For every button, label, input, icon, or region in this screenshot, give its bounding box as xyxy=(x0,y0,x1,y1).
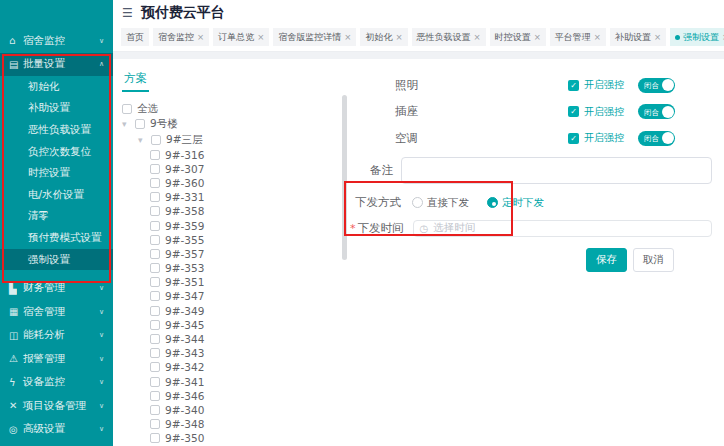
tab-close-icon[interactable]: × xyxy=(395,32,402,42)
checkbox[interactable] xyxy=(150,419,160,429)
tab-close-icon[interactable]: × xyxy=(534,32,541,42)
tree-room-item[interactable]: 9#-340 xyxy=(122,403,347,417)
sidebar-item[interactable]: ▤ 批量设置 ∧ xyxy=(0,53,113,77)
save-button[interactable]: 保存 xyxy=(586,248,627,272)
tab[interactable]: 宿舍监控 × xyxy=(153,28,209,46)
sidebar-item[interactable]: ◫ 能耗分析 ∨ xyxy=(0,323,113,347)
checkbox[interactable] xyxy=(150,235,160,245)
tab-close-icon[interactable]: × xyxy=(594,32,601,42)
tree-room-item[interactable]: 9#-344 xyxy=(122,332,347,346)
remark-textarea[interactable] xyxy=(401,157,712,184)
checkbox[interactable] xyxy=(135,119,145,129)
checkbox[interactable] xyxy=(150,291,160,301)
sidebar-subitem[interactable]: 预付费模式设置 xyxy=(0,227,113,249)
sidebar-subitem[interactable]: 时控设置 xyxy=(0,162,113,184)
sidebar-subitem[interactable]: 初始化 xyxy=(0,76,113,98)
tab-close-icon[interactable]: × xyxy=(474,32,481,42)
dispatch-method-option[interactable]: 定时下发 xyxy=(487,196,544,210)
checkbox[interactable] xyxy=(122,104,132,114)
tree-room-item[interactable]: 9#-346 xyxy=(122,389,347,403)
tab-close-icon[interactable]: × xyxy=(197,32,204,42)
tree-room-item[interactable]: 9#-348 xyxy=(122,417,347,431)
checkbox[interactable] xyxy=(150,377,160,387)
checkbox[interactable] xyxy=(150,362,160,372)
tab[interactable]: 强制设置 × xyxy=(670,28,724,46)
tree-room-item[interactable]: 9#-307 xyxy=(122,162,347,176)
tree-building[interactable]: ▾ 9号楼 xyxy=(122,117,347,133)
sidebar-subitem[interactable]: 补助设置 xyxy=(0,98,113,120)
checkbox[interactable] xyxy=(150,206,160,216)
caret-down-icon[interactable]: ▾ xyxy=(122,119,130,129)
sidebar-item[interactable]: ◎ 高级设置 ∨ xyxy=(0,417,113,441)
tree-room-item[interactable]: 9#-359 xyxy=(122,218,347,232)
checked-checkbox[interactable]: ✓ xyxy=(568,80,579,91)
checked-checkbox[interactable]: ✓ xyxy=(568,133,579,144)
tree-room-item[interactable]: 9#-341 xyxy=(122,375,347,389)
circuit-toggle[interactable]: 闭合 xyxy=(638,104,675,119)
tree-room-item[interactable]: 9#-347 xyxy=(122,289,347,303)
dispatch-time-input[interactable]: ◷ 选择时间 xyxy=(413,220,713,237)
tab[interactable]: 订单总览 × xyxy=(213,28,269,46)
cancel-button[interactable]: 取消 xyxy=(633,248,674,272)
tree-room-item[interactable]: 9#-355 xyxy=(122,233,347,247)
sidebar-subitem[interactable]: 清零 xyxy=(0,206,113,228)
sidebar-item[interactable]: ⚠ 报警管理 ∨ xyxy=(0,347,113,371)
checkbox[interactable] xyxy=(150,192,160,202)
tree-floor[interactable]: ▾ 9#三层 xyxy=(122,132,347,148)
checkbox[interactable] xyxy=(150,263,160,273)
checkbox[interactable] xyxy=(150,306,160,316)
dispatch-method-option[interactable]: 直接下发 xyxy=(412,196,469,210)
tree-room-item[interactable]: 9#-357 xyxy=(122,247,347,261)
checked-checkbox[interactable]: ✓ xyxy=(568,106,579,117)
tree-room-item[interactable]: 9#-350 xyxy=(122,431,347,445)
tree-room-item[interactable]: 9#-345 xyxy=(122,318,347,332)
checkbox[interactable] xyxy=(150,348,160,358)
sidebar-item[interactable]: ▦ 宿舍管理 ∨ xyxy=(0,300,113,324)
tree-select-all[interactable]: 全选 xyxy=(122,101,347,117)
checkbox[interactable] xyxy=(150,405,160,415)
sidebar-item[interactable]: ϟ 设备监控 ∨ xyxy=(0,370,113,394)
radio-icon[interactable] xyxy=(487,197,498,208)
tab[interactable]: 恶性负载设置 × xyxy=(412,28,486,46)
tab[interactable]: 宿舍版监控详情 × xyxy=(273,28,356,46)
checkbox[interactable] xyxy=(150,249,160,259)
sidebar-item[interactable]: ⌂ 宿舍监控 ∨ xyxy=(0,29,113,53)
sidebar-subitem[interactable]: 强制设置 xyxy=(0,249,113,271)
sidebar-subitem[interactable]: 电/水价设置 xyxy=(0,184,113,206)
tab-close-icon[interactable]: × xyxy=(257,32,264,42)
checkbox[interactable] xyxy=(150,277,160,287)
tree-room-item[interactable]: 9#-316 xyxy=(122,148,347,162)
checkbox[interactable] xyxy=(150,178,160,188)
tab[interactable]: 首页 xyxy=(121,28,149,46)
tab-close-icon[interactable]: × xyxy=(344,32,351,42)
tree-room-item[interactable]: 9#-342 xyxy=(122,360,347,374)
checkbox[interactable] xyxy=(150,334,160,344)
circuit-toggle[interactable]: 闭合 xyxy=(638,78,675,93)
radio-icon[interactable] xyxy=(412,197,423,208)
circuit-toggle[interactable]: 闭合 xyxy=(638,131,675,146)
tab[interactable]: 时控设置 × xyxy=(490,28,546,46)
tab[interactable]: 初始化 × xyxy=(360,28,407,46)
checkbox[interactable] xyxy=(150,391,160,401)
tab-close-icon[interactable]: × xyxy=(654,32,661,42)
sidebar-subitem[interactable]: 负控次数复位 xyxy=(0,141,113,163)
tree-room-item[interactable]: 9#-331 xyxy=(122,190,347,204)
caret-down-icon[interactable]: ▾ xyxy=(138,135,146,145)
tab[interactable]: 补助设置 × xyxy=(610,28,666,46)
tree-scrollbar[interactable] xyxy=(342,95,347,260)
checkbox[interactable] xyxy=(150,433,160,443)
checkbox[interactable] xyxy=(150,150,160,160)
sidebar-subitem[interactable]: 恶性负载设置 xyxy=(0,119,113,141)
tree-room-item[interactable]: 9#-358 xyxy=(122,204,347,218)
checkbox[interactable] xyxy=(151,135,161,145)
checkbox[interactable] xyxy=(150,320,160,330)
tab[interactable]: 平台管理 × xyxy=(550,28,606,46)
sidebar-item[interactable]: ✕ 项目设备管理 ∨ xyxy=(0,394,113,418)
checkbox[interactable] xyxy=(150,164,160,174)
tree-room-item[interactable]: 9#-349 xyxy=(122,304,347,318)
tree-room-item[interactable]: 9#-360 xyxy=(122,176,347,190)
collapse-menu-icon[interactable]: ☰ xyxy=(122,6,133,20)
tree-room-item[interactable]: 9#-351 xyxy=(122,275,347,289)
tree-room-item[interactable]: 9#-353 xyxy=(122,261,347,275)
tab-plan[interactable]: 方案 xyxy=(122,71,149,92)
